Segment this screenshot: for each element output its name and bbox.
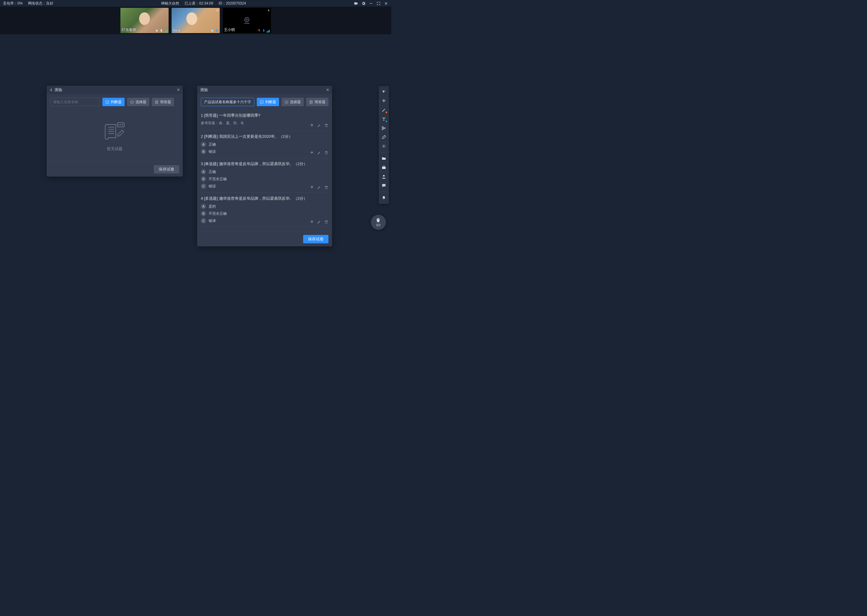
short-answer-button[interactable]: 简答题 xyxy=(306,98,328,106)
close-window-icon[interactable] xyxy=(384,1,388,6)
question-actions xyxy=(310,185,328,190)
option-text: 错译 xyxy=(209,218,216,223)
toolbox-icon[interactable] xyxy=(380,163,388,172)
signal-icon xyxy=(164,29,167,33)
judge-question-button[interactable]: 判断题 xyxy=(257,98,279,106)
move-icon[interactable] xyxy=(310,123,314,127)
answer-label: 参考答案：春、夏、秋、冬 xyxy=(201,121,328,126)
question-list: 1 [简答题] 一年四季分别是哪四季?参考答案：春、夏、秋、冬 2 [判断题] … xyxy=(197,110,332,232)
option-row[interactable]: A正确 xyxy=(201,141,328,147)
signal-icon xyxy=(266,29,270,33)
option-letter: B xyxy=(201,176,206,182)
option-letter: B xyxy=(201,149,206,154)
delete-icon[interactable] xyxy=(324,151,328,155)
question-heading: 2 [判断题] 我国宪法上一次更新是在2020年。（2分） xyxy=(201,134,328,139)
move-tool-icon[interactable] xyxy=(380,97,388,105)
bell-icon[interactable] xyxy=(380,194,388,202)
video-tile[interactable]: 叮当老师 xyxy=(120,8,169,33)
option-text: 正确 xyxy=(209,169,216,174)
save-quiz-button[interactable]: 保存试卷 xyxy=(303,235,328,244)
option-row[interactable]: B不完全正确 xyxy=(201,211,328,216)
tile-close-icon[interactable]: × xyxy=(268,8,270,13)
record-icon xyxy=(155,29,159,33)
video-tile[interactable]: × 王小明 xyxy=(223,8,271,33)
question-heading: 4 [多选题] 施华洛世奇是反华品牌，所以梁鼎琪反华。（2分） xyxy=(201,196,328,201)
mic-muted-icon xyxy=(257,29,261,33)
settings-icon[interactable] xyxy=(361,1,366,6)
option-text: 是的 xyxy=(209,204,216,209)
svg-point-21 xyxy=(382,129,383,130)
save-quiz-button[interactable]: 保存试卷 xyxy=(154,165,179,174)
person-icon[interactable] xyxy=(380,172,388,181)
quiz-name-field[interactable]: 产品说试卷名称最多十六个字 xyxy=(201,98,254,106)
mic-icon xyxy=(262,29,265,33)
participant-name: Nina xyxy=(173,28,180,33)
video-tile[interactable]: × Nina xyxy=(172,8,220,33)
svg-point-11 xyxy=(118,124,119,125)
short-answer-button[interactable]: 简答题 xyxy=(152,98,174,106)
move-icon[interactable] xyxy=(310,151,314,155)
delete-icon[interactable] xyxy=(324,220,328,224)
edit-icon[interactable] xyxy=(317,220,321,224)
option-text: 不完全正确 xyxy=(209,211,227,216)
tile-close-icon[interactable]: × xyxy=(216,8,219,13)
quiz-name-input[interactable] xyxy=(50,98,100,106)
back-icon[interactable] xyxy=(50,88,53,91)
edit-icon[interactable] xyxy=(317,123,321,127)
camera-toggle-icon[interactable] xyxy=(354,1,358,6)
option-row[interactable]: B不完全正确 xyxy=(201,176,328,182)
close-icon[interactable]: × xyxy=(326,87,329,93)
question-heading: 3 [单选题] 施华洛世奇是反华品牌，所以梁鼎琪反华。（2分） xyxy=(201,161,328,167)
edit-icon[interactable] xyxy=(317,151,321,155)
question-item: 2 [判断题] 我国宪法上一次更新是在2020年。（2分）A正确B错误 xyxy=(201,131,328,158)
svg-point-4 xyxy=(212,30,213,31)
eraser-tool-icon[interactable] xyxy=(380,133,388,141)
option-text: 正确 xyxy=(209,142,216,147)
laser-tool-icon[interactable] xyxy=(380,142,388,150)
svg-point-19 xyxy=(385,90,385,90)
edit-icon[interactable] xyxy=(317,185,321,190)
mic-icon xyxy=(159,29,163,33)
question-item: 1 [简答题] 一年四季分别是哪四季?参考答案：春、夏、秋、冬 xyxy=(201,110,328,131)
pen-tool-icon[interactable] xyxy=(380,106,388,114)
option-row[interactable]: C错误 xyxy=(201,184,328,189)
option-row[interactable]: C错译 xyxy=(201,218,328,223)
pointer-tool-icon[interactable] xyxy=(380,88,388,96)
option-letter: B xyxy=(201,211,206,216)
option-letter: C xyxy=(201,184,206,189)
option-row[interactable]: A正确 xyxy=(201,169,328,174)
judge-question-button[interactable]: 判断题 xyxy=(102,98,125,106)
video-strip: 叮当老师 × Nina × 王小明 xyxy=(0,6,391,34)
delete-icon[interactable] xyxy=(324,185,328,190)
panel-title: 测验 xyxy=(55,87,177,93)
minimize-icon[interactable] xyxy=(369,1,373,6)
option-row[interactable]: B错误 xyxy=(201,149,328,154)
folder-icon[interactable] xyxy=(380,154,388,163)
question-actions xyxy=(310,220,328,224)
panel-title: 测验 xyxy=(200,87,326,93)
move-icon[interactable] xyxy=(310,220,314,224)
close-icon[interactable]: × xyxy=(177,87,180,93)
top-bar: 丢包率：0% 网络状态：良好 神秘大自然 已上课：02:34:09 ID：202… xyxy=(0,0,391,6)
question-actions xyxy=(310,123,328,127)
svg-rect-23 xyxy=(382,167,386,169)
option-text: 错误 xyxy=(209,149,216,154)
scissors-tool-icon[interactable] xyxy=(380,124,388,132)
option-letter: A xyxy=(201,141,206,147)
chat-icon[interactable] xyxy=(380,181,388,190)
question-heading: 1 [简答题] 一年四季分别是哪四季? xyxy=(201,113,328,118)
record-icon xyxy=(210,29,214,33)
course-title: 神秘大自然 xyxy=(161,1,179,6)
svg-rect-0 xyxy=(370,3,372,3)
fullscreen-icon[interactable] xyxy=(376,1,381,6)
raise-hand-badge[interactable]: 0/2 xyxy=(371,215,386,230)
text-tool-icon[interactable] xyxy=(380,115,388,123)
packet-loss: 丢包率：0% xyxy=(3,1,22,6)
right-toolbar xyxy=(379,86,389,204)
participant-name: 王小明 xyxy=(224,27,235,33)
delete-icon[interactable] xyxy=(324,123,328,127)
choice-question-button[interactable]: 选择题 xyxy=(127,98,149,106)
move-icon[interactable] xyxy=(310,185,314,190)
option-row[interactable]: A是的 xyxy=(201,204,328,209)
choice-question-button[interactable]: 选择题 xyxy=(282,98,304,106)
